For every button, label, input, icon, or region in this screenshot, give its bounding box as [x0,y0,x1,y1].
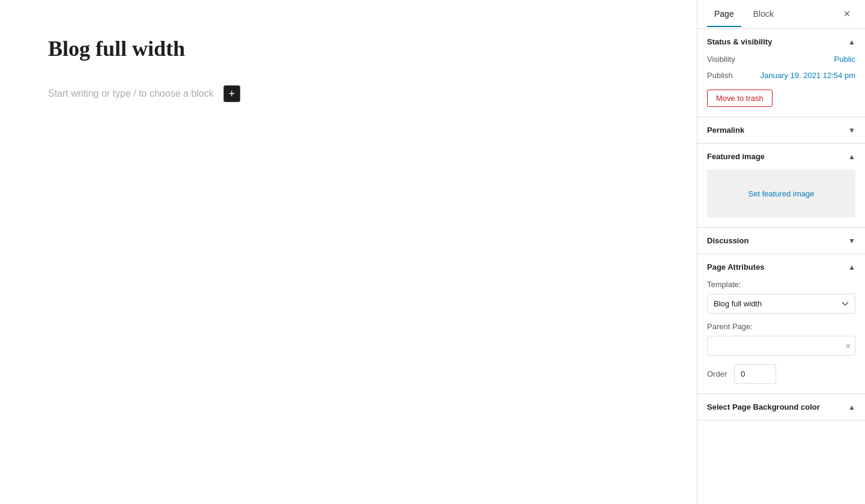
visibility-label: Visibility [707,55,735,64]
section-permalink-header[interactable]: Permalink ▼ [697,117,865,143]
parent-page-input-wrap: × [707,336,855,356]
order-label: Order [707,369,727,378]
set-featured-image-link[interactable]: Set featured image [748,189,815,198]
chevron-up-icon: ▲ [848,38,855,46]
section-page-attributes: Page Attributes ▲ Template: Blog full wi… [697,254,865,394]
move-to-trash-button[interactable]: Move to trash [707,90,772,107]
section-status-visibility-title: Status & visibility [707,37,772,46]
section-bg-color-title: Select Page Background color [707,402,820,411]
featured-image-area[interactable]: Set featured image [707,169,855,217]
section-page-attributes-content: Template: Blog full width Default Templa… [697,280,865,393]
section-discussion: Discussion ▼ [697,228,865,254]
editor-placeholder: Start writing or type / to choose a bloc… [48,85,649,102]
section-featured-image: Featured image ▲ Set featured image [697,144,865,228]
section-status-visibility-header[interactable]: Status & visibility ▲ [697,29,865,55]
section-discussion-title: Discussion [707,236,748,245]
section-bg-color: Select Page Background color ▲ [697,394,865,421]
page-title[interactable]: Blog full width [48,36,649,61]
chevron-up-icon-4: ▲ [848,403,855,411]
chevron-down-icon-2: ▼ [848,237,855,245]
section-permalink-title: Permalink [707,126,744,135]
sidebar-tabs: Page Block × [697,0,865,29]
publish-label: Publish [707,71,733,80]
visibility-value[interactable]: Public [834,55,855,64]
editor-area: Blog full width Start writing or type / … [0,0,697,504]
section-featured-image-content: Set featured image [697,169,865,227]
publish-value[interactable]: January 19, 2021 12:54 pm [760,71,855,80]
section-page-attributes-title: Page Attributes [707,263,765,272]
section-page-attributes-header[interactable]: Page Attributes ▲ [697,254,865,280]
order-input[interactable] [734,364,776,384]
order-row: Order [707,364,855,384]
section-bg-color-header[interactable]: Select Page Background color ▲ [697,394,865,420]
tab-page[interactable]: Page [707,2,741,27]
chevron-up-icon-3: ▲ [848,263,855,272]
section-discussion-header[interactable]: Discussion ▼ [697,228,865,254]
section-permalink: Permalink ▼ [697,117,865,144]
chevron-down-icon: ▼ [848,126,855,135]
section-status-visibility: Status & visibility ▲ Visibility Public … [697,29,865,117]
section-status-visibility-content: Visibility Public Publish January 19, 20… [697,55,865,117]
chevron-up-icon-2: ▲ [848,153,855,161]
parent-page-label: Parent Page: [707,322,855,331]
publish-row: Publish January 19, 2021 12:54 pm [707,71,855,80]
parent-page-input[interactable] [707,336,855,356]
tab-block[interactable]: Block [746,2,781,27]
placeholder-text: Start writing or type / to choose a bloc… [48,88,214,99]
add-block-button[interactable]: + [223,85,240,102]
section-featured-image-header[interactable]: Featured image ▲ [697,144,865,169]
close-sidebar-button[interactable]: × [839,6,855,23]
template-label: Template: [707,280,855,289]
sidebar: Page Block × Status & visibility ▲ Visib… [697,0,865,504]
template-select[interactable]: Blog full width Default Template Full Wi… [707,294,855,314]
section-featured-image-title: Featured image [707,152,765,161]
visibility-row: Visibility Public [707,55,855,64]
clear-parent-page-button[interactable]: × [846,341,851,351]
